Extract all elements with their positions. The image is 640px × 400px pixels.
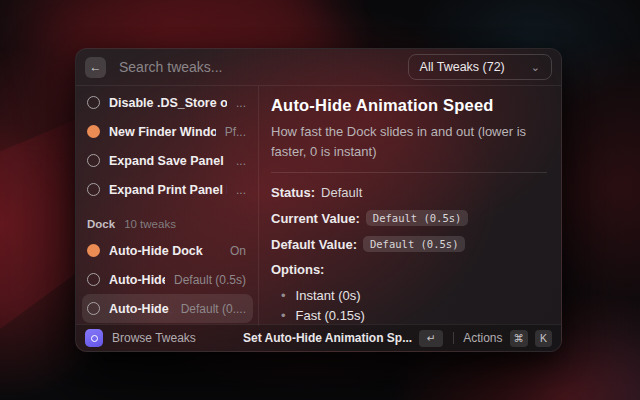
toggle-on-icon: [87, 125, 100, 138]
list-item-value: On: [230, 244, 246, 258]
option-fast: • Fast (0.15s): [271, 306, 547, 326]
option-text: Instant (0s): [296, 286, 361, 306]
list-item-value: Default (0.5s): [174, 273, 246, 287]
default-value-label: Default Value:: [271, 237, 357, 252]
default-value-row: Default Value: Default (0.5s): [271, 236, 547, 252]
section-title: Dock: [87, 218, 115, 230]
status-label: Status:: [271, 185, 315, 200]
list-item-new-finder-window[interactable]: New Finder Window Op... Pf...: [82, 117, 253, 146]
bullet-icon: •: [281, 306, 286, 326]
app-logo-icon: [85, 329, 103, 347]
options-label: Options:: [271, 262, 547, 277]
list-item-value: ...: [236, 183, 246, 197]
back-arrow-icon: ←: [90, 60, 102, 74]
toggle-off-icon: [87, 302, 100, 315]
primary-action-button[interactable]: Set Auto-Hide Animation Sp...: [243, 331, 412, 345]
actions-menu-button[interactable]: Actions: [463, 331, 502, 345]
section-header-dock: Dock 10 tweaks: [82, 212, 253, 236]
window-body: Disable .DS_Store on US... ... New Finde…: [76, 86, 561, 326]
tweaks-palette-window: ← All Tweaks (72) ⌄ Disable .DS_Store on…: [75, 48, 562, 352]
enter-key-icon[interactable]: ↵: [419, 330, 443, 347]
list-item-auto-hide-delay[interactable]: Auto-Hide Delay Default (0.5s): [82, 265, 253, 294]
option-instant: • Instant (0s): [271, 286, 547, 306]
toggle-on-icon: [87, 244, 100, 257]
list-item-label: New Finder Window Op...: [109, 125, 216, 139]
list-item-value: Pf...: [225, 125, 246, 139]
current-value-badge: Default (0.5s): [366, 210, 469, 226]
status-value: Default: [321, 185, 362, 200]
list-item-label: Expand Print Panel by De...: [109, 183, 227, 197]
list-item-disable-ds-store[interactable]: Disable .DS_Store on US... ...: [82, 88, 253, 117]
toggle-off-icon: [87, 154, 100, 167]
current-value-row: Current Value: Default (0.5s): [271, 210, 547, 226]
search-input[interactable]: [119, 59, 396, 75]
current-value-label: Current Value:: [271, 211, 360, 226]
filter-dropdown-label: All Tweaks (72): [420, 60, 505, 74]
option-text: Fast (0.15s): [296, 306, 365, 326]
detail-divider: [271, 172, 547, 173]
search-bar: ← All Tweaks (72) ⌄: [76, 49, 561, 86]
list-item-expand-print-panel[interactable]: Expand Print Panel by De... ...: [82, 175, 253, 204]
default-value-badge: Default (0.5s): [363, 236, 466, 252]
list-item-expand-save-panel[interactable]: Expand Save Panel by De... ...: [82, 146, 253, 175]
k-key-icon: K: [535, 330, 552, 347]
chevron-down-icon: ⌄: [531, 62, 540, 73]
detail-title: Auto-Hide Animation Speed: [271, 96, 547, 115]
list-item-label: Auto-Hide Delay: [109, 273, 165, 287]
toggle-off-icon: [87, 273, 100, 286]
status-row: Status: Default: [271, 185, 547, 200]
list-item-label: Auto-Hide Dock: [109, 244, 221, 258]
toggle-off-icon: [87, 183, 100, 196]
list-item-value: Default (0....: [181, 302, 246, 316]
list-item-auto-hide-animation-selected[interactable]: Auto-Hide Ani... Default (0....: [82, 294, 253, 323]
list-item-label: Expand Save Panel by De...: [109, 154, 227, 168]
app-mode-label: Browse Tweaks: [112, 331, 196, 345]
list-item-value: ...: [236, 96, 246, 110]
footer-divider: [453, 332, 454, 344]
detail-panel: Auto-Hide Animation Speed How fast the D…: [259, 86, 561, 326]
cmd-key-icon: ⌘: [510, 330, 529, 347]
tweaks-list: Disable .DS_Store on US... ... New Finde…: [76, 86, 259, 326]
list-item-label: Auto-Hide Ani...: [109, 302, 172, 316]
ring-glyph-icon: [91, 335, 98, 342]
back-button[interactable]: ←: [85, 57, 106, 78]
list-item-auto-hide-dock[interactable]: Auto-Hide Dock On: [82, 236, 253, 265]
list-item-label: Disable .DS_Store on US...: [109, 96, 227, 110]
detail-description: How fast the Dock slides in and out (low…: [271, 122, 547, 162]
list-item-value: ...: [236, 154, 246, 168]
bullet-icon: •: [281, 286, 286, 306]
section-count: 10 tweaks: [124, 218, 176, 230]
filter-dropdown[interactable]: All Tweaks (72) ⌄: [408, 54, 552, 80]
status-bar: Browse Tweaks Set Auto-Hide Animation Sp…: [76, 324, 561, 351]
toggle-off-icon: [87, 96, 100, 109]
